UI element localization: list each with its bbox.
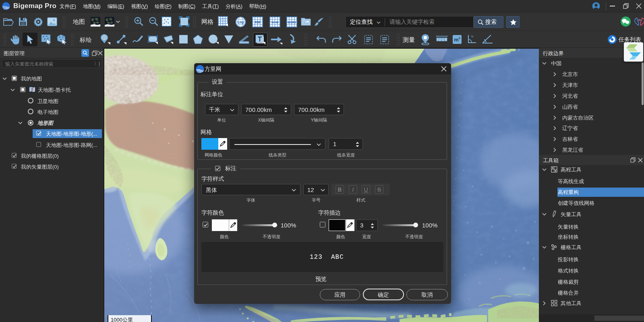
svg-text:MGRS: MGRS <box>288 21 296 24</box>
svg-text:KM: KM <box>255 20 261 24</box>
svg-text:N: N <box>471 35 473 38</box>
svg-text:N+M: N+M <box>271 21 278 24</box>
svg-text:m: m <box>454 37 459 43</box>
svg-text:2: 2 <box>459 36 461 40</box>
svg-text:Lng: Lng <box>238 20 244 24</box>
